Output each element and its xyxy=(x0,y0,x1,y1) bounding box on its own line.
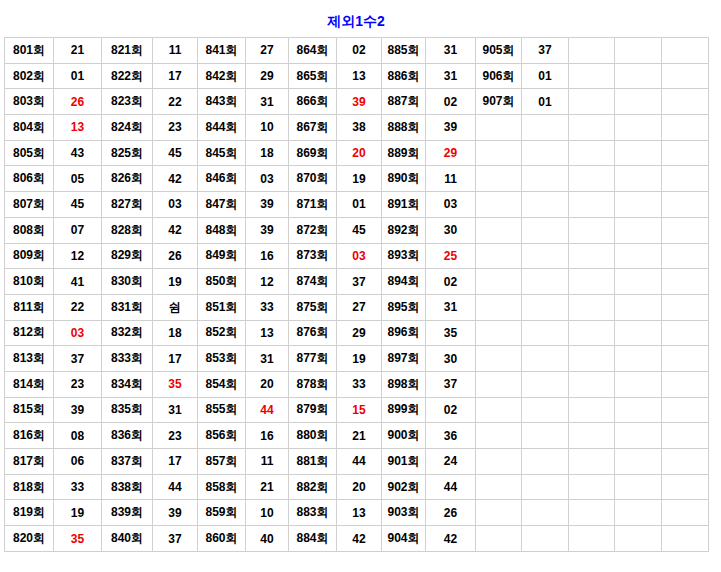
round-label: 842회 xyxy=(198,63,246,89)
round-label: 867회 xyxy=(289,115,337,141)
round-label xyxy=(476,140,522,166)
empty-cell xyxy=(569,449,615,475)
round-label: 858회 xyxy=(198,474,246,500)
round-label: 888회 xyxy=(382,115,426,141)
round-value: 25 xyxy=(426,243,476,269)
round-value: 35 xyxy=(54,526,102,552)
round-value: 01 xyxy=(337,192,382,218)
table-row: 809회12829회26849회16873회03893회25 xyxy=(5,243,709,269)
round-label: 802회 xyxy=(5,63,54,89)
round-label xyxy=(476,269,522,295)
round-label: 849회 xyxy=(198,243,246,269)
round-label xyxy=(476,192,522,218)
round-label: 848회 xyxy=(198,217,246,243)
round-label: 833회 xyxy=(102,346,153,372)
round-label: 859회 xyxy=(198,500,246,526)
round-value: 20 xyxy=(337,140,382,166)
round-label xyxy=(476,449,522,475)
round-label: 864회 xyxy=(289,38,337,64)
round-label xyxy=(476,500,522,526)
round-label: 903회 xyxy=(382,500,426,526)
round-label: 905회 xyxy=(476,38,522,64)
round-label xyxy=(476,474,522,500)
round-value: 18 xyxy=(153,320,198,346)
round-label: 844회 xyxy=(198,115,246,141)
round-value xyxy=(522,140,569,166)
empty-cell xyxy=(662,38,709,64)
round-label: 814회 xyxy=(5,371,54,397)
round-value: 03 xyxy=(337,243,382,269)
round-label xyxy=(476,320,522,346)
round-value: 42 xyxy=(426,526,476,552)
round-label: 856회 xyxy=(198,423,246,449)
round-value: 31 xyxy=(426,63,476,89)
round-value xyxy=(522,500,569,526)
round-label: 907회 xyxy=(476,89,522,115)
round-value: 31 xyxy=(246,346,289,372)
round-label: 827회 xyxy=(102,192,153,218)
round-label xyxy=(476,526,522,552)
empty-cell xyxy=(615,474,662,500)
round-label: 838회 xyxy=(102,474,153,500)
round-label: 803회 xyxy=(5,89,54,115)
round-value xyxy=(522,217,569,243)
empty-cell xyxy=(662,243,709,269)
round-value: 33 xyxy=(337,371,382,397)
empty-cell xyxy=(569,38,615,64)
round-label: 806회 xyxy=(5,166,54,192)
empty-cell xyxy=(615,449,662,475)
round-value: 20 xyxy=(337,474,382,500)
empty-cell xyxy=(569,423,615,449)
round-value: 44 xyxy=(246,397,289,423)
empty-cell xyxy=(569,346,615,372)
empty-cell xyxy=(662,449,709,475)
round-value: 29 xyxy=(426,140,476,166)
round-label: 889회 xyxy=(382,140,426,166)
round-label: 828회 xyxy=(102,217,153,243)
empty-cell xyxy=(569,294,615,320)
round-label: 840회 xyxy=(102,526,153,552)
round-label: 818회 xyxy=(5,474,54,500)
round-label: 820회 xyxy=(5,526,54,552)
round-value: 37 xyxy=(153,526,198,552)
round-label: 881회 xyxy=(289,449,337,475)
round-label: 886회 xyxy=(382,63,426,89)
round-value xyxy=(522,371,569,397)
round-value: 20 xyxy=(246,371,289,397)
empty-cell xyxy=(662,140,709,166)
round-label: 869회 xyxy=(289,140,337,166)
round-value: 쉼 xyxy=(153,294,198,320)
round-value: 44 xyxy=(153,474,198,500)
round-label: 890회 xyxy=(382,166,426,192)
empty-cell xyxy=(615,346,662,372)
empty-cell xyxy=(569,140,615,166)
round-label: 809회 xyxy=(5,243,54,269)
empty-cell xyxy=(662,192,709,218)
rounds-table: 801회21821회11841회27864회02885회31905회37802회… xyxy=(4,37,709,552)
round-value: 43 xyxy=(54,140,102,166)
empty-cell xyxy=(662,371,709,397)
round-label: 851회 xyxy=(198,294,246,320)
round-value: 22 xyxy=(153,89,198,115)
round-value: 03 xyxy=(246,166,289,192)
table-row: 804회13824회23844회10867회38888회39 xyxy=(5,115,709,141)
round-value: 39 xyxy=(426,115,476,141)
round-value: 31 xyxy=(153,397,198,423)
round-label: 852회 xyxy=(198,320,246,346)
round-label: 896회 xyxy=(382,320,426,346)
round-label: 831회 xyxy=(102,294,153,320)
round-label: 815회 xyxy=(5,397,54,423)
round-label: 865회 xyxy=(289,63,337,89)
table-row: 818회33838회44858회21882회20902회44 xyxy=(5,474,709,500)
round-label: 821회 xyxy=(102,38,153,64)
round-label: 883회 xyxy=(289,500,337,526)
round-label: 899회 xyxy=(382,397,426,423)
empty-cell xyxy=(662,423,709,449)
round-label: 841회 xyxy=(198,38,246,64)
round-value: 13 xyxy=(337,63,382,89)
empty-cell xyxy=(615,500,662,526)
round-label: 878회 xyxy=(289,371,337,397)
round-label xyxy=(476,166,522,192)
round-label: 854회 xyxy=(198,371,246,397)
empty-cell xyxy=(662,397,709,423)
